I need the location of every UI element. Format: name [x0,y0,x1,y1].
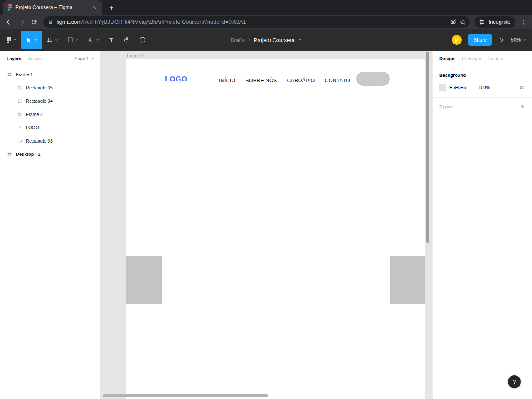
zoom-menu[interactable]: 50% [511,37,526,43]
layer-label: Frame 2 [26,112,43,117]
layer-row-desktop-1[interactable]: Desktop - 1 [0,148,100,161]
tab-inspect[interactable]: Inspect [488,56,503,61]
design-nav-item[interactable]: INÍCIO [219,78,235,84]
refresh-icon[interactable] [28,16,40,28]
eye-blocked-icon[interactable] [450,18,457,25]
document-title[interactable]: Projeto Coursera [254,37,295,43]
rounded-rectangle-icon [17,139,22,143]
export-section: Export [433,98,532,116]
chevron-down-icon [55,38,58,42]
figma-main-menu-button[interactable] [2,31,21,49]
visibility-eye-icon[interactable] [519,84,525,91]
figma-favicon-icon [7,4,12,11]
frame-icon [7,152,12,156]
design-logo-text[interactable]: LOGO [165,76,187,83]
url-path: /file/FhYyBJDGRRi4NMeiqABhAr/Projeto-Cou… [81,19,246,25]
text-layer-icon [17,126,22,130]
background-title: Background [439,73,525,78]
design-frame[interactable]: LOGO INÍCIO SOBRE NÓS CARDÁPIO CONTATO [126,59,425,399]
horizontal-scrollbar[interactable] [103,394,268,397]
text-tool-button[interactable] [104,31,119,49]
frame-name-label[interactable]: Frame 1 [127,53,144,58]
rectangle-icon [17,99,22,103]
chevron-down-icon[interactable] [298,38,302,42]
browser-tab[interactable]: Projeto Coursera – Figma [3,0,102,15]
layer-row-frame-1[interactable]: Frame 1 [0,68,100,81]
export-title: Export [439,104,454,109]
chevron-down-icon [34,38,37,42]
rectangle-icon [17,86,22,90]
design-nav-item[interactable]: CONTATO [325,78,350,84]
breadcrumb-drafts[interactable]: Drafts [230,37,245,43]
page-selector[interactable]: Page 1 [74,56,95,61]
hand-tool-button[interactable] [119,31,135,49]
breadcrumb: Drafts / Projeto Coursera [230,29,302,51]
layer-row-logo[interactable]: LOGO [0,121,100,134]
layer-label: LOGO [26,125,39,130]
shape-tool-button[interactable] [63,31,83,49]
layer-row-rectangle-33[interactable]: Rectangle 33 [0,134,100,148]
incognito-label: Incognito [488,19,510,25]
forward-icon[interactable] [16,16,27,28]
browser-tab-strip: Projeto Coursera – Figma [0,0,532,15]
layers-panel: Layers Assets Page 1 Frame 1 Rectangle 3… [0,51,100,399]
layer-row-frame-2[interactable]: Frame 2 [0,108,100,121]
canvas[interactable]: Frame 1 LOGO INÍCIO SOBRE NÓS CARDÁPIO C… [100,51,432,399]
tab-prototype[interactable]: Prototype [462,56,481,61]
incognito-badge: Incognito [475,16,515,28]
layer-row-rectangle-34[interactable]: Rectangle 34 [0,94,100,108]
frame-tool-button[interactable] [42,31,63,49]
add-export-icon[interactable] [520,104,525,109]
design-image-placeholder-left[interactable] [126,256,162,304]
frame-icon [7,72,12,76]
design-nav-item[interactable]: SOBRE NÓS [245,78,277,84]
breadcrumb-separator: / [249,37,250,43]
tab-close-icon[interactable] [91,4,98,11]
chevron-down-icon [91,57,95,60]
layer-label: Rectangle 35 [26,85,53,90]
page-label: Page 1 [74,56,89,61]
present-icon[interactable] [498,37,505,43]
inspector-panel: Design Prototype Inspect Background E5E5… [432,51,532,399]
tab-design[interactable]: Design [439,56,455,61]
chevron-down-icon [13,38,17,42]
incognito-icon [478,18,485,26]
back-icon[interactable] [3,16,15,28]
background-section: Background E5E5E5 100% [433,66,532,98]
address-input[interactable]: figma.com/file/FhYyBJDGRRi4NMeiqABhAr/Pr… [43,16,470,28]
color-swatch[interactable] [439,84,446,91]
chevron-down-icon [523,38,526,42]
comment-tool-button[interactable] [135,31,150,49]
design-image-placeholder-right[interactable] [390,256,425,304]
tab-layers[interactable]: Layers [7,56,21,61]
design-button-placeholder[interactable] [356,72,390,86]
background-hex-value[interactable]: E5E5E5 [449,85,473,90]
url-domain: figma.com [57,19,81,25]
background-opacity-value[interactable]: 100% [478,85,490,90]
chevron-down-icon [75,38,79,42]
layer-label: Rectangle 33 [26,138,53,143]
new-tab-button[interactable] [106,2,117,13]
zoom-level: 50% [511,37,521,43]
share-button[interactable]: Share [468,34,492,46]
browser-menu-icon[interactable] [518,16,529,28]
layer-label: Frame 1 [16,72,33,77]
tab-assets[interactable]: Assets [28,56,42,61]
help-button[interactable]: ? [508,375,521,388]
design-nav-item[interactable]: CARDÁPIO [287,78,315,84]
design-nav: INÍCIO SOBRE NÓS CARDÁPIO CONTATO [219,78,350,84]
browser-address-bar: figma.com/file/FhYyBJDGRRi4NMeiqABhAr/Pr… [0,15,532,29]
lock-icon [48,19,53,25]
layer-label: Desktop - 1 [16,152,40,157]
vertical-scrollbar[interactable] [426,52,429,243]
pen-tool-button[interactable] [83,31,104,49]
layer-row-rectangle-35[interactable]: Rectangle 35 [0,81,100,94]
bookmark-star-icon[interactable] [459,18,466,25]
frame-icon [17,112,22,116]
layer-label: Rectangle 34 [26,99,53,103]
move-tool-button[interactable] [21,31,42,49]
avatar[interactable]: M [452,35,462,45]
chevron-down-icon [96,38,99,42]
figma-toolbar: Drafts / Projeto Coursera M Share 50% [0,29,532,51]
tab-title: Projeto Coursera – Figma [15,5,88,10]
